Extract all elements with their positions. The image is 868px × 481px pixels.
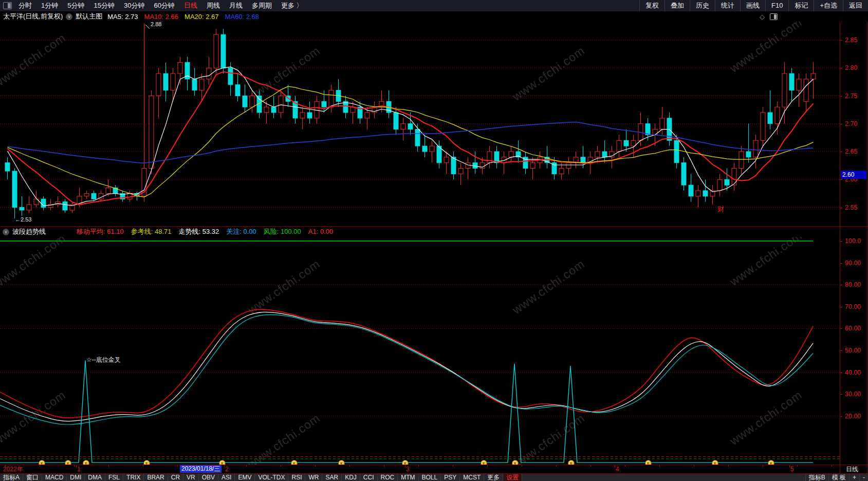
date-axis[interactable]: 2022年 2023/01/18/三 日线 12345 bbox=[0, 465, 868, 473]
axis-tick bbox=[840, 179, 842, 180]
main-layout-label[interactable]: 默认主图 bbox=[76, 12, 102, 21]
candle-up bbox=[617, 140, 621, 152]
candle-down bbox=[12, 171, 17, 208]
toolbar-item-模 板[interactable]: 模 板 bbox=[828, 474, 849, 481]
date-tick bbox=[659, 465, 660, 467]
toolbar-item-PSY[interactable]: PSY bbox=[441, 474, 460, 481]
menu-item-分时[interactable]: 分时 bbox=[14, 0, 36, 11]
panel-layout-icon[interactable] bbox=[770, 13, 778, 20]
toolbar-item-MTM[interactable]: MTM bbox=[398, 474, 418, 481]
indicator-name[interactable]: 波段趋势线 bbox=[12, 227, 46, 236]
toolbar-item-DMA[interactable]: DMA bbox=[85, 474, 105, 481]
date-tick bbox=[315, 465, 316, 467]
candle-down bbox=[235, 85, 240, 96]
candle-up bbox=[250, 96, 254, 107]
app-window-icon[interactable] bbox=[3, 2, 12, 9]
axis-tick bbox=[840, 124, 842, 124]
menu-item-1分钟[interactable]: 1分钟 bbox=[36, 0, 63, 11]
candle-down bbox=[689, 185, 693, 196]
toolbar-item-ASI[interactable]: ASI bbox=[218, 474, 235, 481]
toolbar-item-MACD[interactable]: MACD bbox=[42, 474, 67, 481]
menu-item-画线[interactable]: 画线 bbox=[740, 0, 765, 11]
toolbar-item-指标A[interactable]: 指标A bbox=[0, 474, 23, 481]
toolbar-item-KDJ[interactable]: KDJ bbox=[342, 474, 360, 481]
toolbar-item-DMI[interactable]: DMI bbox=[67, 474, 85, 481]
toolbar-item-VOL-TDX[interactable]: VOL-TDX bbox=[255, 474, 288, 481]
main-candlestick-chart[interactable]: 2.88 ←2.53 财 bbox=[0, 22, 840, 226]
indicator-param: 风险: 100.00 bbox=[264, 228, 301, 235]
tools-menu: 复权叠加历史统计画线F10标记+自选返回 bbox=[639, 0, 868, 11]
menu-item-复权[interactable]: 复权 bbox=[639, 0, 664, 11]
price-axis-label: 2.85 bbox=[845, 36, 857, 44]
candle-up bbox=[732, 169, 736, 186]
menu-item-更多 〉[interactable]: 更多 〉 bbox=[276, 0, 308, 11]
toolbar-item-TRIX[interactable]: TRIX bbox=[123, 474, 144, 481]
menu-item-多周期[interactable]: 多周期 bbox=[247, 0, 276, 11]
month-tick bbox=[789, 465, 790, 468]
chevron-down-icon[interactable]: ∨ bbox=[3, 229, 9, 235]
toolbar-item-ROC[interactable]: ROC bbox=[378, 474, 398, 481]
toolbar-item-窗口[interactable]: 窗口 bbox=[23, 474, 42, 481]
menu-item-日线[interactable]: 日线 bbox=[179, 0, 202, 11]
candle-down bbox=[394, 113, 398, 130]
toolbar-item-BOLL[interactable]: BOLL bbox=[419, 474, 441, 481]
date-tick bbox=[556, 465, 557, 467]
candle-up bbox=[775, 107, 780, 124]
menu-item-历史[interactable]: 历史 bbox=[690, 0, 715, 11]
axis-tick bbox=[840, 350, 842, 351]
axis-tick bbox=[840, 263, 842, 264]
toolbar-item-+[interactable]: + bbox=[849, 474, 859, 481]
toolbar-item-CR[interactable]: CR bbox=[168, 474, 183, 481]
toolbar-item-OBV[interactable]: OBV bbox=[199, 474, 218, 481]
toolbar-item-RSI[interactable]: RSI bbox=[288, 474, 305, 481]
menu-item-+自选[interactable]: +自选 bbox=[814, 0, 843, 11]
toolbar-item-VR[interactable]: VR bbox=[183, 474, 199, 481]
candle-up bbox=[797, 79, 801, 90]
menu-item-叠加[interactable]: 叠加 bbox=[664, 0, 690, 11]
candle-up bbox=[509, 152, 513, 157]
toolbar-item--[interactable]: - bbox=[859, 474, 868, 481]
menu-item-周线[interactable]: 周线 bbox=[202, 0, 225, 11]
menu-item-5分钟[interactable]: 5分钟 bbox=[63, 0, 89, 11]
axis-tick bbox=[840, 152, 842, 152]
toolbar-item-WR[interactable]: WR bbox=[305, 474, 322, 481]
axis-tick bbox=[840, 394, 842, 395]
date-tick bbox=[384, 465, 384, 467]
menu-item-F10[interactable]: F10 bbox=[765, 0, 788, 11]
menu-item-月线[interactable]: 月线 bbox=[225, 0, 247, 11]
candle-down bbox=[703, 191, 708, 196]
menu-item-15分钟[interactable]: 15分钟 bbox=[89, 0, 119, 11]
menu-item-30分钟[interactable]: 30分钟 bbox=[119, 0, 149, 11]
toolbar-item-更多[interactable]: 更多 bbox=[484, 474, 503, 481]
date-tick bbox=[832, 465, 832, 467]
candle-up bbox=[458, 169, 463, 174]
toolbar-item-FSL[interactable]: FSL bbox=[105, 474, 123, 481]
candle-down bbox=[408, 124, 413, 130]
menu-item-标记[interactable]: 标记 bbox=[788, 0, 814, 11]
menu-item-60分钟[interactable]: 60分钟 bbox=[149, 0, 179, 11]
toolbar-item-BRAR[interactable]: BRAR bbox=[144, 474, 168, 481]
indicator-chart[interactable]: ☆--底位金叉 ¥¥¥¥¥¥¥¥¥¥¥¥¥¥ bbox=[0, 237, 840, 465]
toolbar-item-SAR[interactable]: SAR bbox=[322, 474, 342, 481]
chevron-down-icon[interactable]: ∨ bbox=[66, 13, 72, 20]
toolbar-item-指标B[interactable]: 指标B bbox=[805, 474, 828, 481]
month-label: 2 bbox=[225, 466, 229, 473]
diamond-icon[interactable]: ◇ bbox=[760, 13, 765, 21]
candle-up bbox=[84, 193, 89, 196]
price-axis: 2.852.802.752.702.652.602.552.60 bbox=[840, 22, 868, 226]
toolbar-item-设置[interactable]: 设置 bbox=[503, 474, 522, 481]
candle-up bbox=[365, 113, 370, 118]
month-label: 1 bbox=[77, 466, 81, 473]
toolbar-item-EMV[interactable]: EMV bbox=[235, 474, 255, 481]
toolbar-item-MCST[interactable]: MCST bbox=[460, 474, 484, 481]
date-tick bbox=[40, 465, 40, 467]
panel-divider[interactable] bbox=[0, 226, 868, 227]
axis-tick bbox=[840, 373, 842, 373]
menu-item-统计[interactable]: 统计 bbox=[715, 0, 740, 11]
date-tick bbox=[5, 465, 6, 467]
date-tick bbox=[728, 465, 729, 467]
candle-up bbox=[207, 68, 211, 79]
menu-item-返回[interactable]: 返回 bbox=[843, 0, 868, 11]
toolbar-item-CCI[interactable]: CCI bbox=[360, 474, 378, 481]
axis-tick bbox=[840, 307, 842, 307]
